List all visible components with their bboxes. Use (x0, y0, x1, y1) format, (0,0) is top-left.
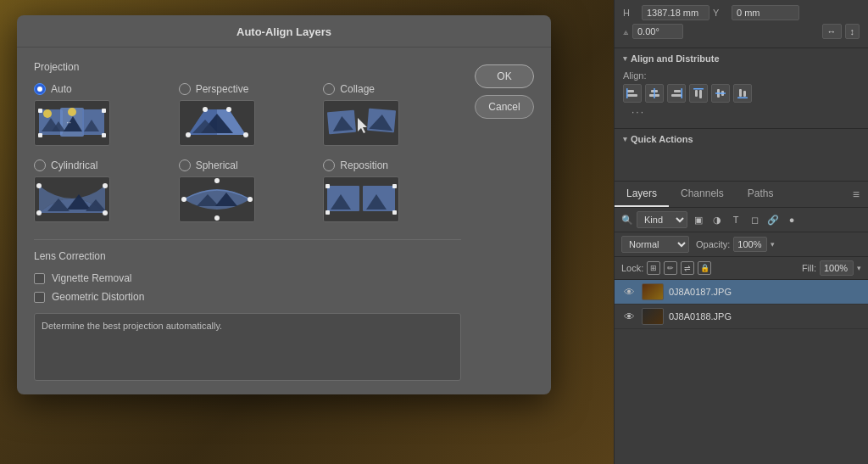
opacity-arrow[interactable]: ▾ (771, 240, 775, 249)
opacity-input[interactable] (733, 237, 767, 252)
adj-filter-icon[interactable]: ◑ (709, 212, 725, 227)
search-icon: 🔍 (621, 215, 633, 226)
proj-auto-radio[interactable] (34, 83, 46, 95)
proj-spherical[interactable]: Spherical (179, 159, 317, 222)
proj-cylindrical-radio[interactable] (34, 159, 46, 171)
svg-rect-64 (695, 90, 698, 97)
ok-button[interactable]: OK (475, 64, 534, 88)
svg-rect-66 (693, 88, 704, 90)
y-label: Y (713, 8, 728, 18)
proj-cylindrical-label[interactable]: Cylindrical (34, 159, 97, 171)
fill-input[interactable] (820, 260, 854, 276)
properties-section: H Y ⟁ ↔ ↕ (615, 0, 868, 48)
layers-blend-row: Normal Opacity: ▾ (615, 232, 868, 257)
smart-filter-icon[interactable]: 🔗 (765, 212, 781, 227)
tab-paths[interactable]: Paths (736, 182, 786, 207)
align-left-btn[interactable] (623, 84, 642, 103)
layer-thumb-0 (642, 283, 664, 300)
svg-rect-10 (38, 109, 42, 113)
proj-reposition-icon (323, 176, 399, 222)
layers-tabs: Layers Channels Paths ≡ (615, 182, 868, 208)
svg-rect-52 (392, 184, 397, 188)
lens-correction-section: Lens Correction Vignette Removal Geometr… (34, 239, 461, 303)
vignette-removal-row[interactable]: Vignette Removal (34, 272, 461, 284)
kind-select[interactable]: Kind (637, 211, 687, 228)
layers-menu-icon[interactable]: ≡ (844, 182, 868, 207)
geometric-distortion-checkbox[interactable] (34, 292, 45, 303)
layers-toolbar: 🔍 Kind ▣ ◑ T ◻ 🔗 ● (615, 208, 868, 232)
align-right-btn[interactable] (667, 84, 686, 103)
y-input[interactable] (732, 5, 799, 20)
pixel-filter-icon[interactable]: ▣ (691, 212, 706, 227)
more-options-dots[interactable]: ··· (623, 103, 860, 121)
svg-rect-71 (743, 91, 746, 97)
svg-point-37 (36, 183, 42, 188)
proj-reposition[interactable]: Reposition (323, 159, 461, 222)
align-distribute-title: Align and Distribute (631, 53, 720, 64)
cancel-button[interactable]: Cancel (475, 95, 534, 119)
svg-point-35 (36, 210, 42, 215)
proj-collage-label[interactable]: Collage (323, 83, 375, 95)
lock-position-icon[interactable]: ⊞ (647, 261, 660, 275)
proj-collage-radio[interactable] (323, 83, 335, 95)
projection-grid: Auto (34, 83, 461, 222)
layer-visibility-0[interactable]: 👁 (621, 284, 637, 299)
blend-mode-select[interactable]: Normal (621, 236, 689, 253)
layer-item[interactable]: 👁 0J8A0187.JPG (615, 280, 868, 305)
projection-label: Projection (34, 61, 461, 73)
proj-cylindrical[interactable]: Cylindrical (34, 159, 172, 222)
align-icons-row (623, 84, 860, 103)
align-top-btn[interactable] (689, 84, 708, 103)
proj-perspective-radio[interactable] (179, 83, 191, 95)
shape-filter-icon[interactable]: ◻ (747, 212, 762, 227)
proj-auto[interactable]: Auto (34, 83, 172, 146)
proj-perspective-label[interactable]: Perspective (179, 83, 249, 95)
effect-filter-icon[interactable]: ● (784, 212, 799, 227)
flip-h-btn[interactable]: ↔ (822, 24, 842, 39)
svg-rect-62 (671, 94, 682, 97)
hw-row: H Y (623, 5, 860, 20)
rotate-input[interactable] (632, 24, 683, 39)
svg-rect-70 (739, 89, 742, 97)
layer-name-1: 0J8A0188.JPG (669, 311, 861, 321)
layer-visibility-1[interactable]: 👁 (621, 309, 637, 324)
proj-spherical-label[interactable]: Spherical (179, 159, 238, 171)
dialog-buttons: OK Cancel (475, 61, 534, 381)
svg-rect-53 (326, 210, 330, 215)
svg-rect-61 (674, 90, 681, 92)
svg-point-38 (103, 183, 108, 188)
svg-rect-11 (102, 109, 106, 113)
proj-spherical-radio[interactable] (179, 159, 191, 171)
proj-reposition-label[interactable]: Reposition (323, 159, 388, 171)
proj-cylindrical-icon (34, 176, 110, 222)
proj-perspective-icon (179, 100, 255, 146)
proj-reposition-radio[interactable] (323, 159, 335, 171)
lock-all-icon[interactable]: 🔒 (698, 261, 711, 275)
svg-rect-55 (627, 90, 634, 92)
svg-rect-13 (102, 133, 106, 137)
type-filter-icon[interactable]: T (728, 212, 743, 227)
align-distribute-header[interactable]: ▾ Align and Distribute (615, 48, 868, 67)
align-bottom-btn[interactable] (733, 84, 752, 103)
geometric-distortion-row[interactable]: Geometric Distortion (34, 291, 461, 303)
proj-collage[interactable]: Collage (323, 83, 461, 146)
layers-lock-row: Lock: ⊞ ✏ ⇌ 🔒 Fill: ▾ (615, 257, 868, 280)
svg-point-36 (103, 210, 108, 215)
lock-pixel-icon[interactable]: ✏ (664, 261, 677, 275)
svg-point-45 (214, 215, 220, 221)
svg-point-9 (68, 108, 76, 116)
h-input[interactable] (642, 5, 709, 20)
lock-artboard-icon[interactable]: ⇌ (681, 261, 694, 275)
align-hcenter-btn[interactable] (645, 84, 664, 103)
vignette-removal-checkbox[interactable] (34, 273, 45, 284)
quick-actions-header[interactable]: ▾ Quick Actions (615, 129, 868, 148)
proj-auto-label[interactable]: Auto (34, 83, 72, 95)
proj-auto-icon: ↔ (34, 100, 110, 146)
flip-v-btn[interactable]: ↕ (845, 24, 860, 39)
tab-layers[interactable]: Layers (615, 182, 669, 207)
fill-arrow[interactable]: ▾ (857, 264, 861, 272)
layer-item[interactable]: 👁 0J8A0188.JPG (615, 305, 868, 329)
align-vcenter-btn[interactable] (711, 84, 730, 103)
proj-perspective[interactable]: Perspective (179, 83, 317, 146)
tab-channels[interactable]: Channels (669, 182, 736, 207)
